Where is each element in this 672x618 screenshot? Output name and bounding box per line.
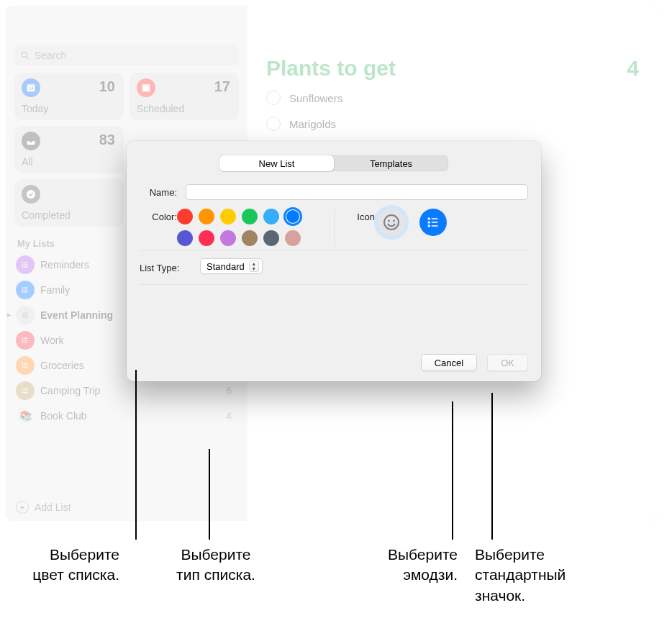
svg-rect-14 [24,264,27,265]
emoji-picker-button[interactable] [378,209,405,236]
list-bullet-icon [20,360,30,371]
smart-list-completed[interactable]: Completed [14,179,124,227]
tray-icon [22,132,40,150]
color-swatch[interactable] [177,209,193,224]
stack-icon [20,310,30,320]
smart-list-scheduled-count: 17 [214,78,230,95]
svg-point-45 [393,220,395,222]
name-input[interactable] [186,184,528,200]
svg-point-33 [22,366,24,368]
color-swatch[interactable] [177,230,193,246]
svg-point-43 [384,215,399,230]
list-color-icon [16,306,35,324]
svg-rect-8 [142,84,150,86]
svg-rect-5 [27,84,35,86]
search-input[interactable]: Search [14,45,239,65]
color-swatch[interactable] [263,209,279,224]
list-color-icon [16,331,35,350]
icon-label: Icon: [348,209,378,222]
reminder-item[interactable]: Marigolds [248,111,658,137]
color-swatch[interactable] [285,209,301,224]
list-color-icon: 📚 [16,406,35,425]
sidebar-list-label: Camping Trip [40,385,100,396]
svg-point-11 [22,264,24,265]
color-swatch[interactable] [285,230,301,246]
color-swatch[interactable] [242,209,258,224]
list-type-label: List Type: [140,260,193,273]
list-bullet-icon [20,260,30,270]
smart-list-today-count: 10 [99,78,115,95]
svg-rect-34 [24,363,27,363]
sidebar-list-count: 6 [226,385,232,396]
svg-rect-13 [24,262,27,263]
calendar-icon [137,78,155,97]
calendar-today-icon: 14 [22,78,40,97]
reminder-item[interactable]: Sunflowers [248,85,658,111]
chevron-right-icon[interactable]: ▸ [7,310,12,319]
select-arrows-icon: ▲▼ [249,260,259,272]
svg-rect-42 [24,392,27,393]
list-type-select[interactable]: Standard ▲▼ [200,258,263,274]
smart-list-scheduled[interactable]: 17 Scheduled [130,73,239,120]
list-bullet-icon [426,215,440,230]
svg-point-12 [22,265,24,267]
list-bullet-icon [20,386,30,396]
emoji-face-icon [383,214,400,231]
list-emoji-icon: 📚 [19,410,32,422]
callout-line [491,393,493,540]
standard-icon-button[interactable] [419,209,447,236]
sidebar-list-label: Book Club [40,410,87,422]
color-swatch[interactable] [263,230,279,246]
smart-list-all-label: All [22,156,33,168]
list-color-icon [16,381,35,400]
smart-list-today[interactable]: 14 10 Today [14,73,124,120]
svg-rect-36 [24,367,27,368]
reminder-title: Sunflowers [289,92,342,104]
add-list-label: Add List [35,501,71,513]
ok-button[interactable]: OK [487,354,528,371]
svg-point-38 [22,390,24,391]
svg-point-47 [427,221,430,223]
divider [140,284,528,285]
svg-point-32 [22,365,24,366]
sidebar-list-label: Event Planning [40,309,113,321]
svg-rect-30 [24,342,27,342]
svg-point-39 [22,391,24,393]
svg-point-44 [388,220,390,222]
smart-list-all-count: 83 [99,132,115,148]
color-swatch[interactable] [220,230,236,246]
cancel-button[interactable]: Cancel [421,354,477,371]
callout-list-type: Выберите тип списка. [160,545,272,586]
color-swatch[interactable] [199,230,214,246]
callout-color: Выберите цвет списка. [4,545,119,586]
svg-rect-20 [24,289,27,290]
list-type-value: Standard [206,261,245,272]
svg-point-18 [22,291,24,292]
tab-new-list[interactable]: New List [219,155,334,171]
svg-rect-19 [24,287,27,288]
reminder-checkbox[interactable] [266,91,281,105]
color-swatch[interactable] [199,209,214,224]
svg-rect-51 [431,225,437,227]
sidebar-list-label: Groceries [40,360,84,371]
checkmark-icon [22,185,40,204]
smart-list-all[interactable]: 83 All [14,126,124,173]
svg-rect-28 [24,337,27,338]
tab-templates[interactable]: Templates [334,155,448,171]
color-swatch[interactable] [220,209,236,224]
sidebar-list-item[interactable]: Camping Trip6 [6,378,248,403]
color-swatches [177,209,302,247]
name-label: Name: [140,184,177,198]
list-title: Plants to get [266,56,396,81]
color-swatch[interactable] [242,230,258,246]
svg-point-37 [22,388,24,389]
search-icon [20,50,30,60]
callout-emoji: Выберите эмодзи. [314,545,458,586]
svg-point-27 [22,341,24,342]
sidebar-list-item[interactable]: 📚Book Club4 [6,403,248,428]
segmented-control: New List Templates [219,155,448,171]
divider [140,250,528,251]
reminder-checkbox[interactable] [266,117,281,131]
callout-line [135,370,137,540]
add-list-button[interactable]: + Add List [16,501,71,514]
